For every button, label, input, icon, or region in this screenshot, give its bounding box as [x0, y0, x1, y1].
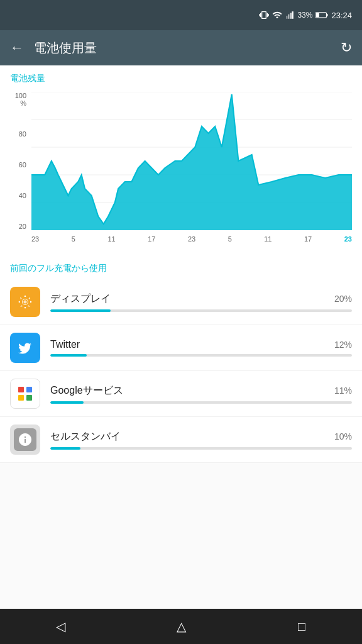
x-label-23-prev: 23 — [31, 235, 39, 243]
standby-app-icon — [10, 425, 40, 455]
usage-section-title: 前回のフル充電から使用 — [0, 255, 362, 279]
svg-rect-22 — [18, 395, 24, 401]
twitter-app-info: Twitter 12% — [50, 339, 352, 357]
bottom-navigation: ◁ △ □ — [0, 609, 362, 644]
standby-progress-bg — [50, 447, 352, 450]
display-progress-fill — [50, 309, 111, 312]
display-app-percent: 20% — [334, 294, 352, 304]
twitter-icon — [14, 336, 36, 359]
list-item[interactable]: Googleサービス 11% — [0, 371, 362, 417]
battery-percent: 33% — [297, 11, 312, 19]
standby-app-info: セルスタンバイ 10% — [50, 430, 352, 450]
display-progress-bg — [50, 309, 352, 312]
status-icons: 33% 23:24 — [259, 10, 352, 20]
google-app-icon — [10, 379, 40, 409]
twitter-app-name: Twitter — [50, 339, 80, 350]
svg-rect-6 — [316, 13, 319, 18]
usage-section: 前回のフル充電から使用 ディスプレイ 20% — [0, 255, 362, 463]
display-icon — [14, 291, 36, 313]
list-item[interactable]: ディスプレイ 20% — [0, 279, 362, 325]
google-app-percent: 11% — [334, 386, 352, 396]
back-button[interactable]: ← — [10, 40, 24, 56]
chart-x-labels: 23 5 11 17 23 5 11 17 23 — [31, 233, 352, 243]
standby-name-row: セルスタンバイ 10% — [50, 430, 352, 443]
display-app-info: ディスプレイ 20% — [50, 292, 352, 312]
y-label-60: 60 — [3, 161, 26, 169]
standby-icon — [14, 428, 36, 451]
vibrate-icon — [259, 10, 269, 20]
time-display: 23:24 — [331, 11, 352, 20]
standby-app-name: セルスタンバイ — [50, 430, 121, 443]
google-app-name: Googleサービス — [50, 384, 123, 397]
svg-rect-19 — [14, 382, 36, 405]
nav-back-button[interactable]: ◁ — [41, 614, 79, 639]
google-progress-fill — [50, 401, 84, 404]
display-name-row: ディスプレイ 20% — [50, 292, 352, 306]
svg-rect-1 — [288, 14, 290, 19]
battery-chart-svg — [31, 92, 352, 230]
status-bar: 33% 23:24 — [0, 0, 362, 30]
wifi-icon — [272, 10, 282, 20]
y-label-40: 40 — [3, 192, 26, 199]
x-label-17a: 17 — [148, 235, 155, 243]
x-label-11b: 11 — [264, 235, 272, 243]
x-label-23m: 23 — [188, 235, 195, 243]
svg-rect-23 — [26, 395, 32, 401]
y-label-80: 80 — [3, 130, 26, 138]
x-label-5b: 5 — [228, 235, 232, 243]
battery-chart-container: 100% 80 60 40 20 — [0, 87, 362, 250]
x-label-17b: 17 — [304, 235, 312, 243]
signal-icon — [285, 10, 294, 20]
google-progress-bg — [50, 401, 352, 404]
main-content: 電池残量 100% 80 60 40 20 — [0, 65, 362, 609]
nav-recents-button[interactable]: □ — [283, 614, 321, 639]
svg-rect-5 — [327, 14, 328, 16]
twitter-progress-bg — [50, 354, 352, 357]
standby-app-percent: 10% — [334, 431, 352, 441]
google-app-info: Googleサービス 11% — [50, 384, 352, 404]
svg-rect-3 — [292, 11, 293, 19]
google-services-icon — [14, 382, 36, 405]
svg-rect-2 — [290, 13, 292, 19]
x-label-23-cur: 23 — [344, 235, 352, 243]
google-name-row: Googleサービス 11% — [50, 384, 352, 397]
refresh-button[interactable]: ↻ — [341, 40, 352, 56]
twitter-app-icon — [10, 333, 40, 363]
svg-rect-0 — [287, 16, 288, 19]
svg-point-17 — [24, 301, 27, 304]
y-label-100: 100% — [3, 92, 26, 107]
list-item[interactable]: Twitter 12% — [0, 325, 362, 371]
svg-rect-24 — [14, 428, 36, 451]
display-app-name: ディスプレイ — [50, 292, 111, 306]
display-app-icon — [10, 287, 40, 317]
svg-rect-20 — [18, 387, 24, 392]
page-title: 電池使用量 — [34, 40, 331, 57]
twitter-app-percent: 12% — [334, 340, 352, 350]
svg-rect-21 — [26, 387, 32, 392]
svg-marker-13 — [31, 94, 352, 230]
x-label-5: 5 — [72, 235, 75, 243]
chart-section-title: 電池残量 — [0, 65, 362, 87]
twitter-name-row: Twitter 12% — [50, 339, 352, 350]
x-label-11a: 11 — [107, 235, 115, 243]
standby-progress-fill — [50, 447, 80, 450]
twitter-progress-fill — [50, 354, 87, 357]
y-label-20: 20 — [3, 223, 26, 230]
list-item[interactable]: セルスタンバイ 10% — [0, 417, 362, 463]
app-bar: ← 電池使用量 ↻ — [0, 30, 362, 65]
chart-y-labels: 100% 80 60 40 20 — [0, 92, 29, 230]
battery-icon — [315, 11, 328, 19]
nav-home-button[interactable]: △ — [162, 614, 200, 639]
